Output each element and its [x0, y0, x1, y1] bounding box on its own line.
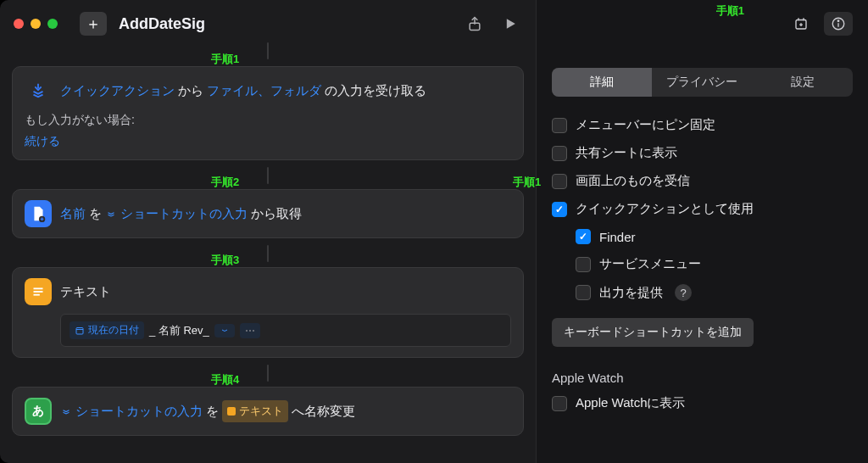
window-maximize-button[interactable]: [47, 19, 58, 29]
row-use-quick-action[interactable]: クイックアクションとして使用: [552, 201, 853, 217]
no-input-behavior[interactable]: 続ける: [25, 134, 60, 148]
annotation-step1-inspector: 手順1: [716, 3, 744, 19]
annotation-step3: 手順3: [211, 253, 239, 268]
checkbox-apple-watch[interactable]: [552, 396, 567, 411]
no-input-label: もし入力がない場合:: [25, 113, 511, 128]
annotation-step1: 手順1: [211, 52, 239, 67]
shortcut-editor-pane: ＋ AddDateSig 手順1 クイック: [0, 0, 536, 463]
annotation-step4: 手順4: [211, 372, 239, 388]
action-text[interactable]: 手順3 テキスト 現在の日付 _ 名前 Rev_ ⋯: [12, 267, 524, 358]
action-receive-input[interactable]: 手順1 クイックアクション から ファイル、フォルダ の入力を受け取る もし入力…: [12, 66, 524, 160]
library-icon[interactable]: [787, 12, 815, 36]
token-name[interactable]: 名前: [60, 203, 86, 225]
window-minimize-button[interactable]: [31, 19, 41, 29]
details-settings: メニューバーにピン固定 共有シートに表示 手順1 画面上のものを受信 クイックア…: [552, 117, 853, 301]
inspector-pane: 手順1 詳細 プライバシー 設定 メニューバーにピン固定 共有シートに表示 手順…: [536, 0, 868, 463]
row-receive-onscreen[interactable]: 手順1 画面上のものを受信: [552, 173, 853, 189]
annotation-step1-side: 手順1: [513, 175, 541, 190]
window-close-button[interactable]: [14, 19, 24, 29]
inspector-toolbar: [552, 0, 853, 47]
checkbox-provide-output[interactable]: [576, 285, 591, 300]
tab-settings[interactable]: 設定: [753, 68, 853, 97]
row-finder[interactable]: Finder: [552, 229, 853, 244]
window-traffic-lights: [14, 19, 58, 29]
rename-icon: あ: [25, 398, 52, 425]
text-literal: _ 名前 Rev_: [149, 323, 209, 338]
file-icon: [25, 200, 52, 227]
token-text-variable[interactable]: テキスト: [222, 400, 288, 422]
svg-point-10: [837, 20, 839, 22]
more-token[interactable]: ⋯: [240, 323, 260, 338]
row-apple-watch[interactable]: Apple Watchに表示: [552, 395, 853, 411]
checkbox-receive-onscreen[interactable]: [552, 174, 567, 189]
action-connector: [12, 172, 524, 184]
svg-rect-5: [76, 327, 83, 334]
inspector-tabs: 詳細 プライバシー 設定: [552, 68, 853, 97]
text-action-title: テキスト: [60, 281, 111, 303]
checkbox-services-menu[interactable]: [576, 257, 591, 272]
text-icon: [25, 278, 52, 305]
add-action-button[interactable]: ＋: [80, 12, 107, 36]
action-connector: [0, 47, 536, 59]
token-files-folders[interactable]: ファイル、フォルダ: [207, 80, 321, 102]
share-icon[interactable]: [463, 12, 487, 36]
run-icon[interactable]: [498, 12, 522, 36]
checkbox-share-sheet[interactable]: [552, 146, 567, 161]
token-shortcut-input[interactable]: ショートカットの入力: [105, 203, 248, 225]
action-get-name[interactable]: 手順2 名前 を ショートカットの入力 から取得: [12, 189, 524, 238]
row-services-menu[interactable]: サービスメニュー: [552, 256, 853, 272]
token-quick-action[interactable]: クイックアクション: [60, 80, 175, 102]
action-rename[interactable]: 手順4 あ ショートカットの入力 を テキスト へ名称変更: [12, 387, 524, 436]
apple-watch-heading: Apple Watch: [552, 371, 853, 385]
variable-trailing[interactable]: [214, 324, 235, 337]
text-input-field[interactable]: 現在の日付 _ 名前 Rev_ ⋯: [60, 314, 511, 347]
action-connector: [12, 370, 524, 382]
token-shortcut-input[interactable]: ショートカットの入力: [60, 400, 203, 422]
row-share-sheet[interactable]: 共有シートに表示: [552, 145, 853, 161]
annotation-step2: 手順2: [211, 175, 239, 190]
tab-privacy[interactable]: プライバシー: [652, 68, 752, 97]
tab-details[interactable]: 詳細: [552, 68, 652, 97]
info-icon[interactable]: [824, 12, 853, 36]
actions-list: 手順1 クイックアクション から ファイル、フォルダ の入力を受け取る もし入力…: [0, 59, 536, 448]
help-icon[interactable]: ?: [675, 284, 692, 301]
shortcut-title: AddDateSig: [119, 15, 205, 33]
variable-current-date[interactable]: 現在の日付: [70, 321, 144, 339]
row-provide-output[interactable]: 出力を提供 ?: [552, 284, 853, 301]
checkbox-pin-menubar[interactable]: [552, 118, 567, 133]
row-pin-menubar[interactable]: メニューバーにピン固定: [552, 117, 853, 133]
window-titlebar: ＋ AddDateSig: [0, 0, 536, 47]
add-keyboard-shortcut-button[interactable]: キーボードショートカットを追加: [552, 318, 754, 347]
action-connector: [12, 250, 524, 262]
input-icon: [25, 77, 52, 104]
checkbox-use-quick-action[interactable]: [552, 202, 567, 217]
checkbox-finder[interactable]: [576, 229, 591, 244]
